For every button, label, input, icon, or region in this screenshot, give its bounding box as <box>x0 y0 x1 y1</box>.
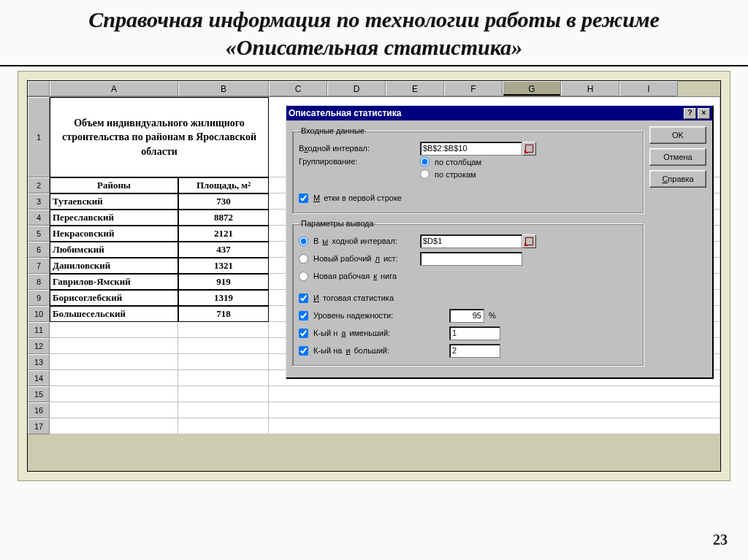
cell-area[interactable]: 730 <box>178 193 269 210</box>
checkbox-summary[interactable]: Итоговая статистика <box>299 294 394 303</box>
grouping-label: Группирование: <box>299 157 416 166</box>
row-header[interactable]: 13 <box>28 354 50 370</box>
input-group-legend: Входные данные <box>299 126 367 135</box>
radio-new-sheet[interactable]: Новый рабочий лист: <box>299 254 416 264</box>
cell-area[interactable]: 8872 <box>178 210 269 226</box>
checkbox-labels-first-row[interactable]: Метки в первой строке <box>299 193 402 203</box>
help-button[interactable]: Справка <box>649 170 706 188</box>
col-header-a[interactable]: A <box>50 81 178 96</box>
descriptive-statistics-dialog: Описательная статистика ? × Входные данн… <box>286 105 713 378</box>
col-header-g[interactable]: G <box>503 81 561 96</box>
cell-district[interactable]: Любимский <box>50 242 178 258</box>
col-header-c[interactable]: C <box>269 81 327 96</box>
divider <box>0 65 748 66</box>
cell-area[interactable]: 1321 <box>178 258 269 274</box>
confidence-field[interactable]: 95 <box>449 309 484 323</box>
page-number: 23 <box>713 532 728 548</box>
output-group: Параметры вывода Выходной интервал: $D$1… <box>292 219 644 366</box>
checkbox-kth-max[interactable]: К-ый наибольший: <box>299 346 445 356</box>
col-header-f[interactable]: F <box>444 81 503 96</box>
range-select-icon[interactable] <box>522 142 536 156</box>
content-frame: A B C D E F G H I 1 Объем индивидуальног… <box>18 71 730 481</box>
cell-district[interactable]: Переславский <box>50 210 178 226</box>
row-header[interactable]: 9 <box>28 290 50 306</box>
row-header[interactable]: 17 <box>28 418 50 434</box>
output-group-legend: Параметры вывода <box>299 219 376 228</box>
col-header-d[interactable]: D <box>327 81 386 96</box>
col-header-b[interactable]: B <box>178 81 269 96</box>
dialog-title: Описательная статистика <box>289 108 401 118</box>
row-header[interactable]: 5 <box>28 226 50 242</box>
table-row: 16 <box>28 402 720 418</box>
checkbox-confidence[interactable]: Уровень надежности: <box>299 311 445 321</box>
row-header[interactable]: 14 <box>28 370 50 386</box>
cell-district[interactable]: Даниловский <box>50 258 178 274</box>
row-header[interactable]: 11 <box>28 322 50 338</box>
col-header-i[interactable]: I <box>619 81 678 96</box>
input-range-field[interactable]: $B$2:$B$10 <box>420 142 522 156</box>
row-header[interactable]: 16 <box>28 402 50 418</box>
sheet-title-cell[interactable]: Объем индивидуального жилищного строител… <box>50 97 269 177</box>
radio-by-rows[interactable]: по строкам <box>420 169 481 179</box>
radio-output-range[interactable]: Выходной интервал: <box>299 237 416 246</box>
kth-max-field[interactable]: 2 <box>449 344 500 358</box>
radio-new-book[interactable]: Новая рабочая книга <box>299 272 397 281</box>
close-icon[interactable]: × <box>698 108 710 119</box>
cell-area[interactable]: 437 <box>178 242 269 258</box>
radio-by-columns[interactable]: по столбцам <box>420 157 481 166</box>
row-header[interactable]: 7 <box>28 258 50 274</box>
row-header[interactable]: 6 <box>28 242 50 258</box>
table-row: 15 <box>28 386 720 402</box>
input-group: Входные данные Входной интервал: $B$2:$B… <box>292 126 644 213</box>
percent-label: % <box>489 311 496 320</box>
header-районы[interactable]: Районы <box>50 177 178 193</box>
help-icon[interactable]: ? <box>684 108 696 119</box>
row-header-1[interactable]: 1 <box>28 97 50 177</box>
cell-area[interactable]: 718 <box>178 306 269 322</box>
row-header[interactable]: 12 <box>28 338 50 354</box>
col-header-e[interactable]: E <box>386 81 444 96</box>
table-row: 17 <box>28 418 720 434</box>
header-площадь[interactable]: Площадь, м² <box>178 177 269 193</box>
ok-button[interactable]: OK <box>649 126 706 144</box>
cell-area[interactable]: 1319 <box>178 290 269 306</box>
cancel-button[interactable]: Отмена <box>649 148 706 166</box>
row-header[interactable]: 10 <box>28 306 50 322</box>
select-all-corner[interactable] <box>28 81 50 96</box>
slide-title: Справочная информация по технологии рабо… <box>0 0 748 65</box>
row-header[interactable]: 4 <box>28 210 50 226</box>
col-header-h[interactable]: H <box>561 81 619 96</box>
spreadsheet: A B C D E F G H I 1 Объем индивидуальног… <box>27 80 721 472</box>
row-header[interactable]: 8 <box>28 274 50 290</box>
row-header[interactable]: 3 <box>28 193 50 210</box>
cell-area[interactable]: 2121 <box>178 226 269 242</box>
cell-district[interactable]: Некрасовский <box>50 226 178 242</box>
cell-area[interactable]: 919 <box>178 274 269 290</box>
range-select-icon[interactable] <box>522 234 536 248</box>
input-range-label: Входной интервал: <box>299 144 416 153</box>
column-headers: A B C D E F G H I <box>28 81 720 97</box>
kth-min-field[interactable]: 1 <box>449 326 500 340</box>
output-range-field[interactable]: $D$1 <box>420 234 522 248</box>
cell-district[interactable]: Тутаевский <box>50 193 178 210</box>
cell-district[interactable]: Большесельский <box>50 306 178 322</box>
titlebar[interactable]: Описательная статистика ? × <box>286 106 712 120</box>
new-sheet-field[interactable] <box>420 252 522 266</box>
row-header-2[interactable]: 2 <box>28 177 50 193</box>
checkbox-kth-min[interactable]: К-ый наименьший: <box>299 329 445 338</box>
cell-district[interactable]: Гаврилов-Ямский <box>50 274 178 290</box>
row-header[interactable]: 15 <box>28 386 50 402</box>
cell-district[interactable]: Борисоглебский <box>50 290 178 306</box>
